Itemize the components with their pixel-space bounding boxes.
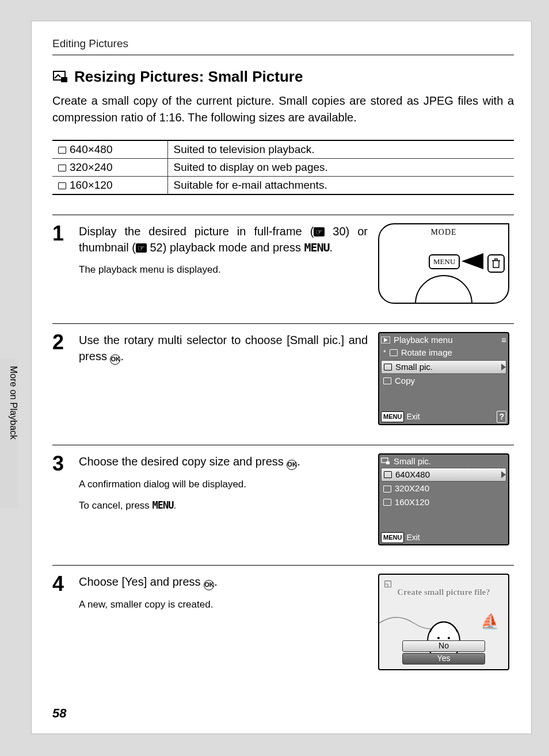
ok-glyph: OK — [287, 460, 297, 470]
breadcrumb: Editing Pictures — [52, 37, 514, 50]
menu-badge: MENU — [381, 532, 404, 543]
t: . — [174, 500, 177, 511]
menu-glyph: MENU — [304, 240, 329, 254]
t: Playback menu — [394, 334, 453, 346]
menu-item: Small pic. — [381, 360, 506, 374]
t: Display the desired picture in full-fram… — [79, 225, 314, 238]
desc-cell: Suited to display on web pages. — [167, 159, 514, 177]
small-pic-icon — [52, 70, 68, 84]
lcd-header: Small pic. — [381, 456, 506, 467]
t: 30 — [333, 225, 345, 238]
play-icon — [381, 337, 390, 343]
step-divider — [52, 323, 514, 324]
menu-item: *Rotate image — [381, 346, 506, 359]
item-label: Copy — [395, 375, 415, 387]
step-3: 3 Choose the desired copy size and press… — [52, 453, 514, 545]
table-row: 320×240Suited to display on web pages. — [52, 159, 514, 177]
confirm-prompt: Create small picture file? — [379, 587, 508, 597]
step-number: 4 — [52, 574, 68, 670]
lcd-small-pic-menu: Small pic. 640X480320X240160X120 MENU Ex… — [378, 453, 509, 545]
svg-rect-1 — [61, 77, 67, 82]
t: . — [120, 350, 124, 362]
step-main-text: Choose [Yes] and press OK. — [79, 574, 368, 590]
svg-point-8 — [448, 637, 450, 639]
lcd-footer: MENU Exit ? — [381, 411, 506, 423]
page-number: 58 — [52, 706, 66, 721]
menu-badge: MENU — [381, 411, 404, 422]
svg-point-7 — [437, 637, 440, 639]
step-main-text: Choose the desired copy size and press O… — [79, 453, 368, 470]
item-icon — [384, 471, 392, 478]
arrow-icon — [462, 253, 483, 269]
step-main-text: Display the desired picture in full-fram… — [79, 223, 368, 255]
t: 52 — [150, 241, 163, 254]
step-sub-text: A new, smaller copy is created. — [79, 597, 368, 612]
t: . — [330, 241, 333, 254]
lcd-header: Playback menu ≡ — [381, 334, 506, 346]
t: ) playback mode and press — [163, 241, 304, 254]
step-2: 2 Use the rotary multi selector to choos… — [52, 332, 514, 425]
svg-marker-3 — [384, 338, 388, 342]
t: Choose [Yes] and press — [79, 575, 204, 588]
ref-icon: ☞ — [314, 227, 325, 236]
t: Small pic. — [394, 456, 431, 467]
delete-button — [487, 254, 505, 273]
desc-cell: Suitable for e-mail attachments. — [167, 177, 514, 195]
page: Editing Pictures Resizing Pictures: Smal… — [31, 21, 532, 734]
t: To cancel, press — [79, 500, 152, 511]
step-1: 1 Display the desired picture in full-fr… — [52, 223, 514, 304]
size-icon — [58, 165, 66, 171]
rotary-selector — [415, 275, 472, 304]
item-label: 320X240 — [395, 483, 429, 494]
camera-illustration: MODE MENU — [378, 223, 514, 304]
size-icon — [58, 147, 66, 154]
page-title: Resizing Pictures: Small Picture — [52, 68, 514, 86]
step-number: 3 — [52, 453, 68, 545]
size-cell: 640×480 — [52, 140, 167, 159]
menu-button: MENU — [429, 254, 460, 269]
menu-item: Copy — [381, 375, 506, 387]
step-sub-text-2: To cancel, press MENU. — [79, 498, 368, 513]
item-label: Rotate image — [401, 347, 452, 358]
t: Choose the desired copy size and press — [79, 455, 287, 468]
size-cell: 160×120 — [52, 177, 167, 195]
menu-item: 320X240 — [381, 482, 506, 495]
menu-item: 160X120 — [381, 496, 506, 509]
small-pic-icon — [381, 457, 390, 465]
item-icon — [384, 364, 392, 371]
yes-button: Yes — [402, 653, 485, 665]
item-icon — [383, 377, 391, 384]
item-icon — [390, 349, 398, 356]
divider — [52, 55, 514, 55]
desc-cell: Suited to television playback. — [167, 140, 514, 159]
table-row: 640×480Suited to television playback. — [52, 140, 514, 159]
lcd-footer: MENU Exit — [381, 532, 506, 543]
step-divider — [52, 445, 514, 445]
ok-glyph: OK — [204, 580, 214, 590]
item-icon — [383, 499, 391, 506]
step-sub-text: A confirmation dialog will be displayed. — [79, 477, 368, 492]
table-row: 160×120Suitable for e-mail attachments. — [52, 177, 514, 195]
help-icon: ? — [497, 411, 506, 423]
item-icon — [383, 486, 391, 492]
no-button: No — [402, 640, 485, 652]
side-tab: More on Playback — [0, 359, 18, 509]
step-main-text: Use the rotary multi selector to choose … — [79, 332, 368, 365]
step-number: 1 — [52, 223, 68, 304]
mode-label: MODE — [379, 228, 508, 237]
menu-item: 640X480 — [381, 468, 506, 482]
step-4: 4 Choose [Yes] and press OK. A new, smal… — [52, 574, 514, 670]
item-label: 640X480 — [395, 469, 430, 480]
step-divider — [52, 565, 514, 566]
ok-glyph: OK — [110, 354, 120, 365]
size-icon — [58, 182, 66, 189]
t: . — [297, 455, 300, 468]
sailboat-icon: ⛵ — [481, 613, 499, 631]
svg-rect-5 — [386, 461, 390, 464]
lcd-confirm-dialog: ◱ Create small picture file? ⛵ No Yes — [378, 574, 509, 670]
ref-icon: ☞ — [136, 243, 147, 253]
item-label: Small pic. — [395, 361, 433, 373]
step-divider — [52, 215, 514, 215]
sizes-table: 640×480Suited to television playback.320… — [52, 140, 514, 195]
item-label: 160X120 — [395, 497, 429, 508]
